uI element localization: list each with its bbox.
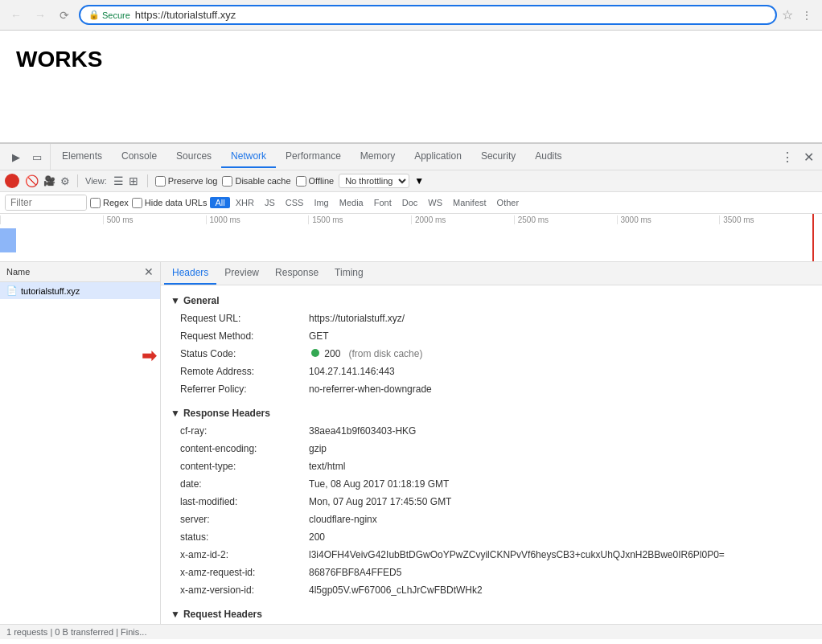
grid-view-button[interactable]: ⊞ [127,173,140,189]
provisional-note: ⚠ Provisional headers are shown [171,623,812,624]
url-input[interactable] [135,9,767,21]
throttle-select[interactable]: No throttling [339,174,409,188]
filter-chip-ws[interactable]: WS [423,197,447,208]
devtools-more-button[interactable]: ⋮ [776,146,799,168]
tab-memory[interactable]: Memory [351,146,405,168]
screenshot-button[interactable]: 🎥 [43,175,55,187]
offline-checkbox-wrap[interactable]: Offline [296,176,335,187]
device-toggle-button[interactable]: ▭ [27,147,47,166]
request-list-panel: Name ✕ 📄 tutorialstuff.xyz [0,262,161,624]
filter-chip-manifest[interactable]: Manifest [448,197,491,208]
secure-label: Secure [102,10,130,20]
content-type-val: text/html [309,459,345,474]
tab-performance[interactable]: Performance [276,146,351,168]
request-list-header: Name ✕ [0,262,160,282]
disable-cache-label: Disable cache [235,176,290,186]
disable-cache-checkbox[interactable] [222,176,232,187]
x-amz-id2-row: x-amz-id-2: l3i4OFH4VeivG42IubBtDGwOoYPw… [171,546,812,564]
list-view-button[interactable]: ☰ [112,173,125,189]
filter-chip-media[interactable]: Media [335,197,368,208]
network-toolbar: 🚫 🎥 ⚙ View: ☰ ⊞ Preserve log Disable cac… [0,170,822,192]
date-key: date: [180,477,309,491]
filter-chip-font[interactable]: Font [369,197,397,208]
x-amz-id2-val: l3i4OFH4VeivG42IubBtDGwOoYPwZCvyilCKNPvV… [309,548,725,562]
hide-data-urls-checkbox[interactable] [132,198,142,208]
offline-checkbox[interactable] [296,176,306,187]
reload-button[interactable]: ⟳ [55,6,74,25]
filter-chip-all[interactable]: All [210,197,229,208]
remote-address-row: Remote Address: 104.27.141.146:443 [171,363,812,380]
tab-elements[interactable]: Elements [52,146,112,168]
request-item[interactable]: 📄 tutorialstuff.xyz [0,282,160,299]
x-amz-version-id-row: x-amz-version-id: 4l5gp05V.wF67006_cLhJr… [171,581,812,599]
filter-chip-doc[interactable]: Doc [397,197,423,208]
timeline-marker-4: 2000 ms [411,215,514,224]
clear-button[interactable]: 🚫 [24,174,39,188]
filter-toggle-button[interactable]: ⚙ [60,175,70,187]
tab-network[interactable]: Network [221,146,276,168]
request-method-val: GET [309,329,329,343]
cf-ray-key: cf-ray: [180,424,309,438]
timeline-markers: 500 ms 1000 ms 1500 ms 2000 ms 2500 ms 3… [0,215,822,224]
tab-audits[interactable]: Audits [525,146,571,168]
hide-data-urls-wrap[interactable]: Hide data URLs [132,198,208,208]
general-section-title: ▼ General [171,292,812,310]
tab-security[interactable]: Security [471,146,525,168]
status-code-note: (from disk cache) [348,348,422,359]
view-buttons: ☰ ⊞ [112,173,140,189]
response-headers-arrow: ▼ [171,408,180,419]
file-icon: 📄 [6,285,18,296]
regex-checkbox[interactable] [90,198,101,208]
close-detail-button[interactable]: ✕ [144,265,154,278]
browser-menu-button[interactable]: ⋮ [798,6,816,25]
response-headers-section-title: ▼ Response Headers [171,404,812,422]
x-amz-request-id-val: 86876FBF8A4FFED5 [309,565,401,580]
status-code-row: Status Code: 200 (from disk cache) [171,345,812,363]
filter-chip-img[interactable]: Img [309,197,333,208]
forward-button[interactable]: → [31,6,50,25]
detail-tabs: Headers Preview Response Timing [161,262,822,285]
remote-address-key: Remote Address: [180,364,309,379]
disable-cache-checkbox-wrap[interactable]: Disable cache [222,176,290,187]
x-amz-request-id-key: x-amz-request-id: [180,565,309,580]
regex-checkbox-wrap[interactable]: Regex [90,198,129,208]
detail-tab-timing[interactable]: Timing [327,262,372,285]
filter-chip-js[interactable]: JS [260,197,280,208]
record-button[interactable] [5,174,19,188]
request-url-key: Request URL: [180,311,309,326]
filter-chip-other[interactable]: Other [492,197,524,208]
devtools-close-button[interactable]: ✕ [799,146,819,168]
address-bar: 🔒 Secure [79,5,777,25]
bookmark-button[interactable]: ☆ [782,7,793,23]
content-encoding-val: gzip [309,441,327,456]
server-key: server: [180,512,309,527]
tab-console[interactable]: Console [112,146,166,168]
filter-chip-css[interactable]: CSS [281,197,309,208]
tab-sources[interactable]: Sources [166,146,221,168]
content-type-row: content-type: text/html [171,457,812,475]
detail-tab-headers[interactable]: Headers [164,262,216,285]
filter-chip-xhr[interactable]: XHR [231,197,259,208]
back-button[interactable]: ← [6,6,26,25]
last-modified-row: last-modified: Mon, 07 Aug 2017 17:45:50… [171,493,812,511]
tab-application[interactable]: Application [405,146,471,168]
preserve-log-checkbox-wrap[interactable]: Preserve log [155,176,218,187]
timeline-marker-6: 3000 ms [617,215,720,224]
request-method-row: Request Method: GET [171,327,812,345]
filter-input[interactable] [6,195,86,210]
timeline-red-line [812,214,814,261]
devtools-panel: ▶ ▭ Elements Console Sources Network Per… [0,143,822,639]
preserve-log-checkbox[interactable] [155,176,166,187]
referrer-policy-row: Referrer Policy: no-referrer-when-downgr… [171,380,812,398]
detail-tab-preview[interactable]: Preview [216,262,267,285]
x-amz-version-id-key: x-amz-version-id: [180,583,309,597]
content-type-key: content-type: [180,459,309,474]
content-encoding-key: content-encoding: [180,441,309,456]
status-key: status: [180,530,309,544]
remote-address-val: 104.27.141.146:443 [309,364,395,379]
inspect-element-button[interactable]: ▶ [6,147,26,166]
x-amz-request-id-row: x-amz-request-id: 86876FBF8A4FFED5 [171,564,812,581]
x-amz-id2-key: x-amz-id-2: [180,548,309,562]
detail-tab-response[interactable]: Response [267,262,327,285]
browser-toolbar: ← → ⟳ 🔒 Secure ☆ ⋮ [0,0,822,30]
